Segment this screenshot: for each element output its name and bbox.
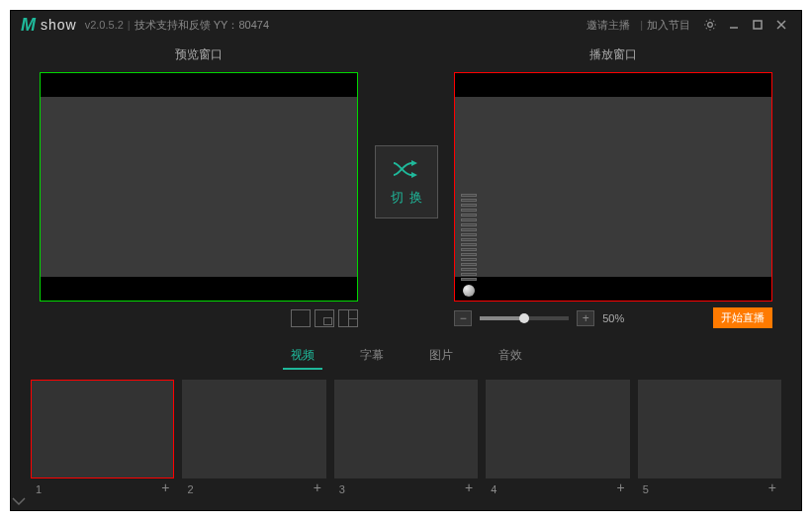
slot-number: 5 (643, 483, 649, 495)
slot-number: 3 (339, 483, 345, 495)
volume-up-button[interactable]: + (577, 310, 594, 326)
slider-thumb[interactable] (519, 313, 529, 323)
playback-window[interactable] (454, 72, 772, 302)
letterbox-top (41, 73, 357, 97)
preview-window[interactable] (40, 72, 358, 302)
switch-label: 切换 (385, 189, 428, 207)
letterbox-top (455, 73, 771, 97)
tab-video[interactable]: 视频 (283, 343, 322, 370)
thumbnail-slot[interactable]: 5 + (638, 380, 781, 478)
preview-pane: 预览窗口 (31, 46, 367, 329)
playback-controls: − + 50% 开始直播 (454, 307, 772, 328)
preview-controls (40, 307, 358, 329)
gear-icon (703, 18, 717, 32)
volume-slider[interactable] (480, 316, 569, 320)
letterbox-bottom (455, 277, 771, 301)
minimize-button[interactable] (724, 15, 744, 35)
add-icon[interactable]: + (616, 479, 624, 495)
minimize-icon (728, 19, 740, 31)
titlebar: M show v2.0.5.2 | 技术支持和反馈 YY：80474 邀请主播 … (11, 11, 801, 39)
tab-sound[interactable]: 音效 (491, 343, 530, 370)
app-logo: M show (21, 15, 77, 36)
playback-title: 播放窗口 (589, 46, 637, 64)
start-live-button[interactable]: 开始直播 (713, 307, 772, 328)
svg-rect-1 (754, 21, 762, 29)
add-icon[interactable]: + (465, 479, 473, 495)
version-label: v2.0.5.2 (85, 19, 124, 31)
logo-text: show (41, 17, 77, 33)
support-link[interactable]: 技术支持和反馈 YY：80474 (135, 18, 269, 33)
logo-m-icon: M (21, 15, 36, 36)
vu-meter[interactable] (461, 190, 477, 297)
chevron-down-icon (11, 496, 27, 506)
vu-knob-icon[interactable] (463, 285, 475, 297)
preview-title: 预览窗口 (175, 46, 223, 64)
tab-image[interactable]: 图片 (421, 343, 461, 370)
maximize-icon (752, 19, 764, 31)
shuffle-icon (392, 157, 421, 181)
close-button[interactable] (771, 15, 791, 35)
join-program-link[interactable]: 加入节目 (647, 18, 690, 33)
tab-subtitle[interactable]: 字幕 (352, 343, 392, 370)
switch-area: 切换 (367, 46, 446, 218)
expand-button[interactable] (11, 496, 801, 506)
add-icon[interactable]: + (161, 479, 169, 495)
volume-percent: 50% (602, 312, 624, 324)
volume-down-button[interactable]: − (454, 310, 472, 326)
close-icon (775, 19, 787, 31)
main-area: 预览窗口 切换 播放窗口 (11, 39, 801, 329)
add-icon[interactable]: + (314, 479, 321, 495)
invite-host-link[interactable]: 邀请主播 (586, 18, 630, 33)
thumbnail-slot[interactable]: 3 + (334, 380, 478, 478)
letterbox-bottom (41, 277, 357, 301)
slot-number: 4 (491, 483, 496, 495)
thumbnail-slot[interactable]: 1 + (31, 380, 174, 478)
thumbnail-row: 1 + 2 + 3 + 4 + 5 + (11, 370, 801, 478)
thumbnail-slot[interactable]: 2 + (182, 380, 325, 478)
slot-number: 1 (36, 483, 42, 495)
layout-single-button[interactable] (291, 309, 311, 327)
layout-pip-button[interactable] (315, 309, 334, 327)
switch-button[interactable]: 切换 (375, 145, 438, 218)
thumbnail-slot[interactable]: 4 + (486, 380, 629, 478)
media-tabs: 视频 字幕 图片 音效 (11, 343, 801, 370)
slot-number: 2 (187, 483, 193, 495)
maximize-button[interactable] (748, 15, 767, 35)
settings-button[interactable] (700, 15, 720, 35)
app-window: M show v2.0.5.2 | 技术支持和反馈 YY：80474 邀请主播 … (10, 10, 802, 511)
add-icon[interactable]: + (768, 479, 776, 495)
layout-split-button[interactable] (338, 309, 358, 327)
playback-pane: 播放窗口 − + 50% 开始直 (446, 46, 782, 328)
